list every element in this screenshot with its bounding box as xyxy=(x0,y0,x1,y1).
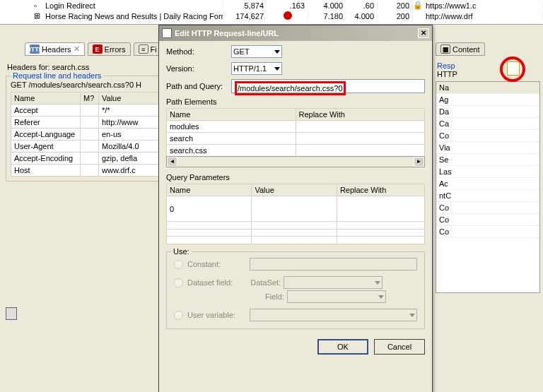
path-elements-table: NameReplace With modules search search.c… xyxy=(166,108,425,157)
annotation-circle xyxy=(500,57,525,82)
page-icon: ▫ xyxy=(34,1,42,10)
query-params-label: Query Parameters xyxy=(166,173,425,182)
version-label: Version: xyxy=(166,64,231,73)
trash-icon[interactable] xyxy=(6,307,17,320)
lock-icon: 🔒 xyxy=(413,1,423,10)
headers-for-value: search.css xyxy=(52,63,90,71)
path-query-input[interactable]: /modules/search/search.css?0 xyxy=(231,79,425,93)
tab-errors[interactable]: E Errors xyxy=(88,42,131,56)
constant-radio xyxy=(174,260,183,269)
row-name[interactable]: Login Redirect xyxy=(42,1,223,10)
right-panel: ▦ Content Resp HTTP Na Ag Da Ca Co Via S… xyxy=(433,25,543,392)
table-row[interactable]: modules xyxy=(167,121,425,133)
error-icon xyxy=(284,11,292,20)
scroll-left-icon[interactable]: ◄ xyxy=(167,157,177,167)
annotation-box: /modules/search/search.css?0 xyxy=(235,81,346,95)
fi-icon: ≡ xyxy=(139,44,148,54)
chevron-down-icon xyxy=(274,67,280,71)
path-label: Path and Query: xyxy=(166,82,231,90)
constant-input xyxy=(250,258,417,271)
use-group: Use: Constant: Dataset field: DataSet: F… xyxy=(166,251,425,329)
tree-expand-icon[interactable]: ⊞ xyxy=(34,11,42,20)
list-item[interactable]: Co xyxy=(436,214,539,226)
uservar-select xyxy=(250,309,417,321)
list-item[interactable]: Las xyxy=(436,166,539,178)
close-icon[interactable]: ✕ xyxy=(74,44,80,54)
method-select[interactable]: GET xyxy=(231,45,282,58)
row-name[interactable]: Horse Racing News and Results | Daily Ra… xyxy=(42,12,223,20)
list-item[interactable]: Co xyxy=(436,130,539,142)
tab-headers[interactable]: HTTP Headers ✕ xyxy=(25,42,85,56)
close-button[interactable]: ✕ xyxy=(418,28,429,38)
headers-for-label: Headers for: xyxy=(7,63,50,71)
list-item[interactable]: Ac xyxy=(436,178,539,190)
query-params-table: NameValueReplace With 0 xyxy=(166,184,425,244)
list-item[interactable]: Da xyxy=(436,106,539,118)
list-item[interactable]: Se xyxy=(436,154,539,166)
path-elements-label: Path Elements xyxy=(166,97,425,106)
list-item[interactable]: Via xyxy=(436,142,539,154)
version-select[interactable]: HTTP/1.1 xyxy=(231,62,282,75)
dataset-select xyxy=(284,276,383,289)
list-item[interactable]: ntC xyxy=(436,190,539,202)
chevron-down-icon xyxy=(274,50,280,54)
error-tab-icon: E xyxy=(93,44,103,54)
list-item[interactable]: Co xyxy=(436,226,539,238)
response-headers-list[interactable]: Na Ag Da Ca Co Via Se Las Ac ntC Co Co C… xyxy=(436,81,540,293)
dataset-radio xyxy=(174,278,183,287)
dialog-title: Edit HTTP Request-line/URL xyxy=(175,29,279,37)
dialog-icon xyxy=(162,28,172,38)
method-label: Method: xyxy=(166,47,231,56)
hscroll[interactable]: ◄► xyxy=(166,156,425,167)
field-select xyxy=(287,290,386,303)
ok-button[interactable]: OK xyxy=(317,339,368,355)
tab-content[interactable]: ▦ Content xyxy=(436,42,485,56)
table-row[interactable]: search xyxy=(167,133,425,145)
uservar-radio xyxy=(174,311,183,320)
dialog-titlebar[interactable]: Edit HTTP Request-line/URL ✕ xyxy=(159,25,432,41)
cancel-button[interactable]: Cancel xyxy=(374,339,425,355)
list-item[interactable]: Ag xyxy=(436,94,539,106)
list-item[interactable]: Ca xyxy=(436,118,539,130)
http-icon: HTTP xyxy=(30,44,40,54)
edit-url-dialog: Edit HTTP Request-line/URL ✕ Method: GET… xyxy=(158,25,433,392)
tab-fi[interactable]: ≡ Fi xyxy=(134,42,162,56)
content-icon: ▦ xyxy=(440,44,450,54)
table-row[interactable]: search.css xyxy=(167,145,425,157)
results-grid: ▫ Login Redirect 5,874 .163 4.000 .60 20… xyxy=(0,0,543,25)
list-item[interactable]: Co xyxy=(436,202,539,214)
table-row[interactable]: 0 xyxy=(167,196,425,222)
scroll-right-icon[interactable]: ► xyxy=(414,157,424,167)
